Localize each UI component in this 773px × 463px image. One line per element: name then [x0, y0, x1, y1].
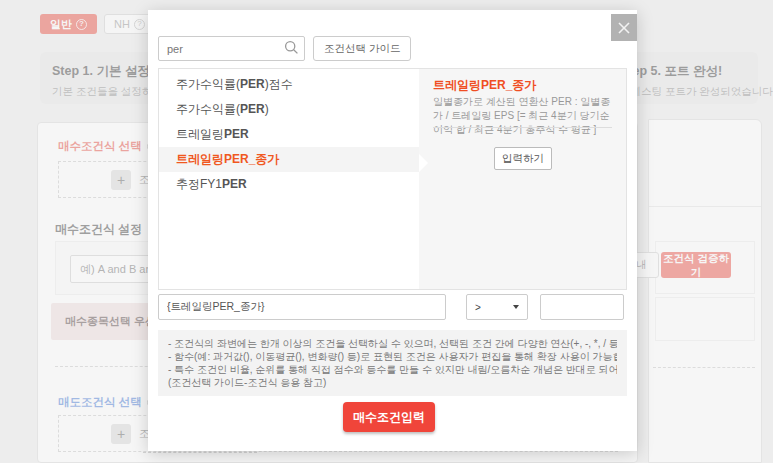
condition-list: 주가수익률(PER)점수주가수익률(PER)트레일링PER트레일링PER_종가추…	[159, 69, 419, 289]
search-icon	[284, 40, 299, 59]
note-line: - 특수 조건인 비율, 순위를 통해 직접 점수와 등수를 만들 수 있지만 …	[168, 363, 617, 376]
submit-buy-condition-button[interactable]: 매수조건입력	[343, 402, 435, 432]
divider	[433, 127, 612, 128]
condition-detail-panel: 트레일링PER_종가 일별종가로 계산된 연환산 PER : 일별종가 / 트레…	[419, 69, 626, 289]
expression-row: >	[158, 294, 627, 320]
operator-select[interactable]: >	[466, 294, 528, 320]
insert-condition-button[interactable]: 입력하기	[494, 147, 552, 170]
search-input[interactable]	[158, 36, 305, 61]
note-line: (조건선택 가이드-조건식 응용 참고)	[168, 376, 617, 389]
notes-box: - 조건식의 좌변에는 한개 이상의 조건을 선택하실 수 있으며, 선택된 조…	[158, 330, 627, 396]
note-line: - 함수(예: 과거값(), 이동평균(), 변화량() 등)로 표현된 조건은…	[168, 350, 617, 363]
condition-content: 주가수익률(PER)점수주가수익률(PER)트레일링PER트레일링PER_종가추…	[158, 68, 627, 290]
threshold-input[interactable]	[540, 294, 624, 320]
condition-list-item[interactable]: 트레일링PER	[159, 122, 419, 147]
search-row: 조건선택 가이드	[158, 36, 411, 61]
condition-detail-description: 일별종가로 계산된 연환산 PER : 일별종가 / 트레일링 EPS [= 최…	[433, 95, 613, 137]
expression-input[interactable]	[158, 294, 446, 320]
chevron-down-icon	[513, 305, 519, 309]
condition-guide-button[interactable]: 조건선택 가이드	[313, 36, 411, 61]
condition-list-item[interactable]: 주가수익률(PER)	[159, 97, 419, 122]
note-line: - 조건식의 좌변에는 한개 이상의 조건을 선택하실 수 있으며, 선택된 조…	[168, 337, 617, 350]
selected-item-pointer	[419, 154, 428, 172]
condition-detail-title: 트레일링PER_종가	[433, 77, 536, 94]
condition-list-item[interactable]: 추정FY1PER	[159, 172, 419, 197]
condition-select-modal: 조건선택 가이드 주가수익률(PER)점수주가수익률(PER)트레일링PER트레…	[148, 10, 637, 451]
close-icon[interactable]	[611, 14, 637, 41]
operator-value: >	[475, 302, 481, 313]
condition-list-item[interactable]: 주가수익률(PER)점수	[159, 72, 419, 97]
condition-list-item[interactable]: 트레일링PER_종가	[159, 147, 419, 172]
search-field	[158, 36, 305, 61]
